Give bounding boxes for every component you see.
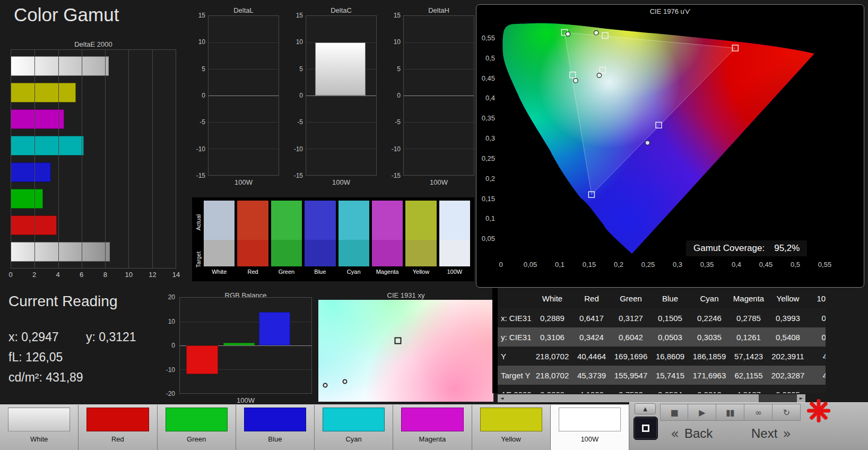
deltae-bar-red [11, 215, 57, 235]
x-tick: 0,2 [614, 261, 623, 269]
deltae-tick: 14 [172, 271, 180, 279]
rgb-bar-red [186, 345, 218, 374]
deltae-chart-title: DeltaE 2000 [11, 40, 176, 48]
y-tick: -10 [392, 145, 401, 153]
patch-100w[interactable]: 100W [551, 405, 629, 450]
pause-button[interactable]: ▮▮ [716, 404, 744, 421]
app-window: Color Gamut DeltaE 2000 02468101214 Delt… [0, 0, 868, 450]
cell: 218,0702 [533, 366, 572, 385]
cie1931-marker-square [395, 337, 402, 344]
patch-label: Cyan [323, 435, 385, 443]
patch-cyan[interactable]: Cyan [315, 405, 393, 450]
x-tick: 0,4 [732, 261, 741, 269]
target-swatch [338, 240, 369, 266]
cell: 40,4464 [572, 347, 611, 366]
play-button[interactable]: ▶ [688, 404, 716, 421]
continuous-button[interactable]: ∞ [744, 404, 772, 421]
next-button[interactable]: Next » [751, 423, 791, 444]
cell: 6,8313 [690, 385, 729, 393]
x-tick: 0,25 [641, 261, 655, 269]
column-header: Blue [650, 288, 690, 308]
chart-deltac: DeltaC151050-5-10-15100W [292, 6, 377, 186]
rgb-balance-x-label: 100W [179, 396, 312, 404]
table-row: y: CIE310,31060,34240,60420,05030,30350,… [498, 327, 826, 347]
delta-lch-charts: DeltaL151050-5-10-15100WDeltaC151050-5-1… [194, 6, 474, 186]
swatch-label: White [204, 266, 235, 275]
rgb-balance-y-axis: 20100-10-20 [159, 297, 178, 394]
swatch-columns: WhiteRedGreenBlueCyanMagentaYellow100W [204, 201, 470, 281]
scroll-left-button[interactable]: ◄ [498, 394, 506, 402]
cell: 43 [808, 366, 826, 385]
cell: 6,0005 [768, 385, 808, 393]
actual-swatch [237, 201, 268, 240]
measurement-table: WhiteRedGreenBlueCyanMagentaYellow100W x… [498, 288, 826, 393]
x-tick: 0,3 [673, 261, 682, 269]
patch-red[interactable]: Red [79, 405, 157, 450]
patch-color [559, 408, 621, 431]
actual-swatch [204, 201, 235, 240]
cell: 0,6042 [611, 327, 650, 347]
cell: 0,1505 [650, 308, 690, 327]
gridline [404, 96, 474, 96]
y-tick: -5 [297, 118, 303, 126]
scroll-thumb[interactable] [506, 394, 759, 402]
table-left-strip [492, 288, 498, 393]
patch-yellow[interactable]: Yellow [472, 405, 551, 450]
target-swatch [439, 240, 470, 266]
reading-fl-value: 126,05 [25, 350, 63, 364]
chart-title: DeltaC [292, 6, 377, 15]
x-tick: 0,1 [555, 261, 565, 269]
cell: 0,2889 [533, 308, 572, 327]
patch-green[interactable]: Green [158, 405, 236, 450]
deltae-tick: 2 [32, 271, 36, 279]
scroll-track[interactable] [759, 394, 797, 402]
deltae-tick: 6 [80, 271, 83, 279]
back-button[interactable]: « Back [671, 423, 713, 444]
cell: 0,1261 [729, 327, 768, 347]
patch-color [480, 408, 542, 431]
deltae-bar-green [11, 189, 43, 209]
y-tick: 15 [296, 12, 303, 19]
collapse-panel-button[interactable]: ▲ [635, 403, 656, 414]
patch-color [401, 408, 463, 431]
reading-fl-label: fL: [8, 350, 22, 364]
y-tick: 10 [168, 318, 175, 325]
patch-magenta[interactable]: Magenta [393, 405, 472, 450]
y-tick: 5 [202, 65, 205, 73]
cell: 0,3424 [572, 327, 611, 347]
stop-button[interactable]: ■ [660, 404, 688, 421]
next-chevron-icon: » [783, 426, 791, 442]
y-tick: 10 [198, 38, 205, 46]
refresh-button[interactable]: ↻ [772, 404, 801, 421]
column-header: Magenta [729, 288, 768, 308]
measured-marker [566, 32, 570, 36]
stop-pattern-button[interactable] [633, 417, 658, 440]
plot-area [208, 15, 279, 176]
swatch-column-100w: 100W [439, 201, 470, 281]
deltae-tick: 4 [56, 271, 60, 279]
reading-x: x: 0,2947 [8, 330, 59, 344]
cell: 155,9547 [611, 366, 650, 385]
y-tick: 0,45 [482, 74, 495, 82]
cell: 0,3127 [611, 308, 650, 327]
y-tick: 5 [397, 65, 401, 73]
y-tick: 0,3 [485, 134, 495, 142]
cell: 0,3106 [533, 327, 572, 347]
column-header: White [533, 288, 572, 308]
stop-measurement-icon[interactable] [806, 399, 831, 423]
cie1976-panel: CIE 1976 u'v' 0,550,50,450,40,350,30,250… [476, 4, 864, 288]
chart-title: DeltaL [194, 6, 279, 15]
cell: 4,1933 [572, 385, 611, 393]
cell: 3,7533 [611, 385, 650, 393]
reading-fl: fL: 126,05 [8, 350, 63, 365]
table-scrollbar[interactable]: ◄ ► [498, 394, 805, 402]
deltae-gridline [128, 50, 129, 268]
reading-cd-label: cd/m²: [8, 370, 42, 384]
x-tick: 0,5 [791, 261, 800, 269]
patch-white[interactable]: White [0, 405, 79, 450]
cie1931-title: CIE 1931 xy [318, 291, 493, 299]
patch-label: White [8, 435, 70, 443]
deltae-bar-100w [11, 242, 110, 262]
scroll-right-button[interactable]: ► [797, 394, 805, 402]
patch-blue[interactable]: Blue [236, 405, 315, 450]
